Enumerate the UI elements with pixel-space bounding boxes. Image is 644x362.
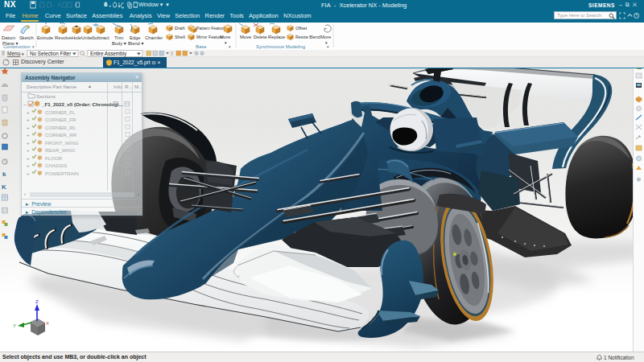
- svg-text:Y: Y: [13, 323, 16, 328]
- svg-text:Hole: Hole: [72, 35, 81, 40]
- svg-text:Extrude: Extrude: [37, 35, 53, 40]
- svg-text:More: More: [220, 35, 230, 39]
- svg-text:Construction: Construction: [3, 44, 31, 49]
- svg-text:Trim: Trim: [114, 35, 124, 40]
- svg-text:CORNER_FR: CORNER_FR: [45, 117, 76, 122]
- svg-text:Draft: Draft: [175, 26, 185, 31]
- svg-text:Edge: Edge: [130, 35, 141, 40]
- svg-text:K: K: [2, 183, 6, 191]
- svg-text:CHASSIS: CHASSIS: [45, 162, 67, 168]
- svg-text:FLOOR: FLOOR: [45, 155, 63, 161]
- svg-text:Chamfer: Chamfer: [145, 35, 163, 40]
- svg-text:Resize Blend: Resize Blend: [295, 35, 320, 39]
- svg-text:Revolve: Revolve: [55, 35, 72, 40]
- svg-text:POWERTRAIN: POWERTRAIN: [45, 171, 79, 176]
- svg-text:?: ?: [635, 14, 638, 18]
- svg-text:▾: ▾: [225, 40, 227, 45]
- svg-text:k: k: [2, 171, 6, 178]
- svg-text:Pattern Feature: Pattern Feature: [196, 26, 225, 31]
- svg-text:Z: Z: [35, 299, 39, 304]
- svg-text:Subtract: Subtract: [92, 35, 109, 40]
- svg-text:More: More: [320, 35, 331, 39]
- svg-text:–: –: [23, 101, 27, 107]
- svg-text:CORNER_RL: CORNER_RL: [45, 125, 76, 130]
- svg-text:_F1_2022_v5 (Order: Chronologi: _F1_2022_v5 (Order: Chronologi...: [41, 101, 123, 107]
- svg-text:Blend ▾: Blend ▾: [128, 41, 143, 46]
- svg-text:Menu: Menu: [7, 51, 21, 56]
- svg-text:▾: ▾: [22, 51, 24, 56]
- svg-text:REAR_WING: REAR_WING: [45, 147, 76, 153]
- svg-text:Offset: Offset: [295, 26, 308, 31]
- svg-text:Delete: Delete: [254, 35, 267, 39]
- svg-text:Base: Base: [196, 44, 207, 49]
- svg-text:Shell: Shell: [175, 35, 185, 39]
- svg-text:CORNER_FL: CORNER_FL: [45, 109, 76, 115]
- svg-text:▾: ▾: [327, 44, 329, 49]
- svg-text:Unite: Unite: [81, 35, 93, 40]
- svg-text:Sketch: Sketch: [19, 35, 34, 40]
- svg-text:Datum: Datum: [2, 35, 15, 40]
- svg-text:▾: ▾: [229, 44, 231, 49]
- svg-text:Move: Move: [240, 35, 251, 39]
- svg-text:Replace: Replace: [268, 35, 285, 39]
- svg-text:Body ▾: Body ▾: [112, 41, 126, 46]
- svg-text:FRONT_WING: FRONT_WING: [45, 140, 79, 146]
- svg-text:No Selection Filter: No Selection Filter: [30, 51, 71, 56]
- svg-text:Synchronous Modeling: Synchronous Modeling: [256, 44, 305, 49]
- svg-text:▾: ▾: [32, 44, 35, 49]
- svg-text:Sections: Sections: [36, 93, 56, 99]
- svg-text:X: X: [46, 321, 49, 326]
- svg-text:CORNER_RR: CORNER_RR: [45, 132, 77, 138]
- svg-text:Entire Assembly: Entire Assembly: [90, 51, 127, 57]
